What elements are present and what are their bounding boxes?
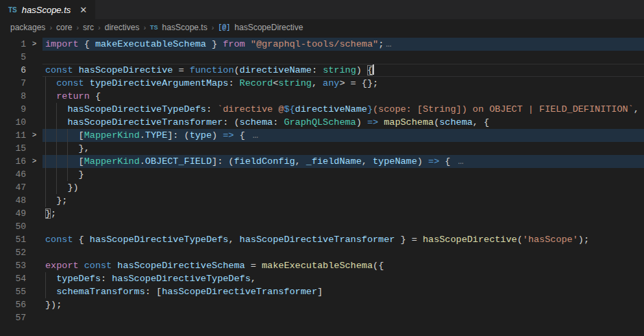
code-line[interactable]: 6const hasScopeDirective = function(dire… [0, 64, 644, 77]
line-content[interactable]: hasScopeDirectiveTypeDefs: `directive @$… [42, 103, 644, 116]
code-token: hasScopeDirectiveTypeDefs [112, 274, 251, 284]
code-line[interactable]: 50 [0, 220, 644, 233]
code-token: : [101, 274, 112, 284]
line-content[interactable]: }); [42, 298, 644, 311]
code-line[interactable]: 57 [0, 311, 644, 324]
breadcrumb-item-core[interactable]: core [56, 23, 72, 32]
code-line[interactable]: 55 schemaTransforms: [hasScopeDirectiveT… [0, 285, 644, 298]
line-content[interactable]: const hasScopeDirective = function(direc… [42, 64, 644, 77]
code-token: , [228, 235, 239, 245]
line-number: 49 [0, 207, 26, 220]
indent-guide [56, 129, 57, 142]
line-content[interactable]: const typeDirectiveArgumentMaps: Record<… [42, 77, 644, 90]
line-content[interactable]: export const hasScopeDirectiveSchema = m… [42, 259, 644, 272]
breadcrumb-item-packages[interactable]: packages [10, 23, 45, 32]
line-content[interactable]: } [42, 168, 644, 181]
code-token: hasScopeDirectiveTypeDefs [90, 235, 229, 245]
line-number: 56 [0, 298, 26, 311]
breadcrumb-item-file[interactable]: hasScope.ts [162, 23, 208, 32]
fold-chevron-icon[interactable]: > [26, 155, 42, 168]
folded-code-ellipsis[interactable]: … [253, 130, 258, 141]
code-line[interactable]: 16> [MapperKind.OBJECT_FIELD]: (fieldCon… [0, 155, 644, 168]
breadcrumb-item-symbol[interactable]: hasScopeDirective [234, 23, 303, 32]
code-token: makeExecutableSchema [95, 39, 206, 49]
code-token: `directive @ [217, 104, 284, 115]
gutter: 55 [0, 285, 42, 298]
gutter: 51 [0, 233, 42, 246]
code-token: . [140, 130, 145, 141]
code-token: ) [356, 117, 367, 128]
code-token: , { [473, 117, 489, 128]
code-token: hasScopeDirectiveTransformer [67, 117, 223, 128]
code-line[interactable]: 7 const typeDirectiveArgumentMaps: Recor… [0, 77, 644, 90]
close-tab-icon[interactable]: ✕ [79, 5, 87, 14]
line-number: 1 [0, 38, 26, 51]
fold-gutter-space [26, 181, 42, 194]
line-content[interactable]: }) [42, 181, 644, 194]
line-number: 6 [0, 64, 26, 77]
code-line[interactable]: 46 } [0, 168, 644, 181]
code-line[interactable]: 47 }) [0, 181, 644, 194]
fold-gutter-space [26, 233, 42, 246]
indent-guide [45, 90, 46, 103]
line-content[interactable] [42, 311, 644, 324]
code-editor[interactable]: 1>import { makeExecutableSchema } from "… [0, 36, 644, 324]
tab-title: hasScope.ts [22, 5, 71, 15]
code-line[interactable]: 1>import { makeExecutableSchema } from "… [0, 38, 644, 51]
line-content[interactable]: }; [42, 207, 644, 220]
code-token: : ( [223, 117, 239, 128]
fold-chevron-icon[interactable]: > [26, 38, 42, 51]
line-number: 55 [0, 285, 26, 298]
line-content[interactable] [42, 246, 644, 259]
code-line[interactable]: 9 hasScopeDirectiveTypeDefs: `directive … [0, 103, 644, 116]
line-content[interactable]: import { makeExecutableSchema } from "@g… [42, 38, 644, 51]
indent-spaces [45, 274, 56, 284]
indent-guide [56, 116, 57, 129]
code-line[interactable]: 52 [0, 246, 644, 259]
line-content[interactable]: schemaTransforms: [hasScopeDirectiveTran… [42, 285, 644, 298]
code-token [378, 117, 384, 128]
indent-guide [45, 155, 46, 168]
folded-code-ellipsis[interactable]: … [458, 156, 464, 167]
line-content[interactable] [42, 220, 644, 233]
code-line[interactable]: 15 }, [0, 142, 644, 155]
folded-code-ellipsis[interactable]: … [386, 39, 391, 49]
line-content[interactable]: [MapperKind.TYPE]: (type) => { … [42, 129, 644, 142]
line-number: 7 [0, 77, 26, 90]
code-line[interactable]: 49}; [0, 207, 644, 220]
line-content[interactable]: [MapperKind.OBJECT_FIELD]: (fieldConfig,… [42, 155, 644, 168]
gutter: 5 [0, 51, 42, 64]
line-number: 46 [0, 168, 26, 181]
line-number: 9 [0, 103, 26, 116]
code-line[interactable]: 10 hasScopeDirectiveTransformer: (schema… [0, 116, 644, 129]
breadcrumb-item-src[interactable]: src [83, 23, 94, 32]
code-token: } = [395, 235, 423, 245]
typescript-file-icon: TS [150, 24, 158, 31]
line-content[interactable]: return { [42, 90, 644, 103]
breadcrumb-item-directives[interactable]: directives [105, 23, 140, 32]
code-line[interactable]: 53export const hasScopeDirectiveSchema =… [0, 259, 644, 272]
fold-gutter-space [26, 168, 42, 181]
code-line[interactable]: 5 [0, 51, 644, 64]
code-token: typeName [373, 156, 417, 167]
line-content[interactable]: }, [42, 142, 644, 155]
code-line[interactable]: 51const { hasScopeDirectiveTypeDefs, has… [0, 233, 644, 246]
code-line[interactable]: 48 }; [0, 194, 644, 207]
code-token: } [79, 169, 84, 180]
code-line[interactable]: 56}); [0, 298, 644, 311]
line-content[interactable]: hasScopeDirectiveTransformer: (schema: G… [42, 116, 644, 129]
line-content[interactable]: }; [42, 194, 644, 207]
fold-chevron-icon[interactable]: > [26, 129, 42, 142]
code-token: }) [67, 182, 78, 193]
code-line[interactable]: 11> [MapperKind.TYPE]: (type) => { … [0, 129, 644, 142]
line-content[interactable]: typeDefs: hasScopeDirectiveTypeDefs, [42, 272, 644, 285]
code-line[interactable]: 54 typeDefs: hasScopeDirectiveTypeDefs, [0, 272, 644, 285]
code-token: (scope: [String]) on OBJECT | FIELD_DEFI… [373, 104, 634, 115]
matched-bracket: } [45, 208, 51, 219]
tab-hasscope-ts[interactable]: TS hasScope.ts ✕ [0, 0, 95, 19]
line-content[interactable] [42, 51, 644, 64]
line-content[interactable]: const { hasScopeDirectiveTypeDefs, hasSc… [42, 233, 644, 246]
fold-gutter-space [26, 259, 42, 272]
code-token: ; [51, 208, 56, 219]
code-line[interactable]: 8 return { [0, 90, 644, 103]
